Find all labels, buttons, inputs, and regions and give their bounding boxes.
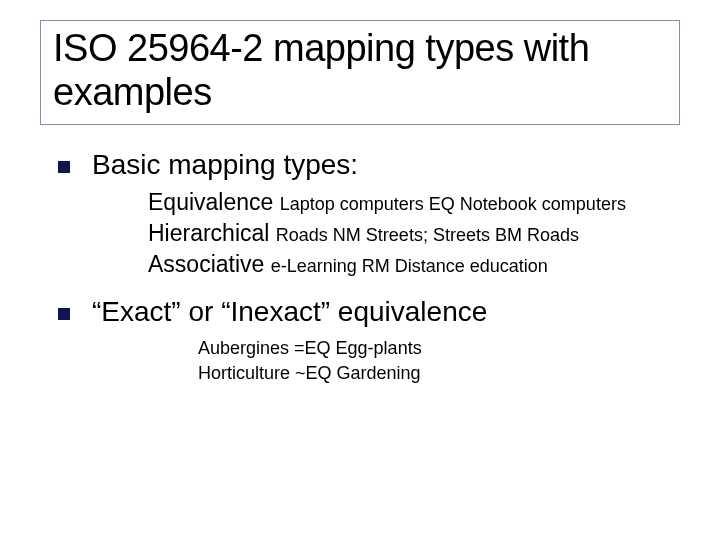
square-bullet-icon [58,308,70,320]
section-heading: “Exact” or “Inexact” equivalence [92,296,487,328]
title-container: ISO 25964-2 mapping types with examples [40,20,680,125]
mapping-type-example: e-Learning RM Distance education [271,256,548,276]
list-item: Aubergines =EQ Egg-plants [198,336,680,360]
section-row: Basic mapping types: [40,149,680,181]
list-item: Equivalence Laptop computers EQ Notebook… [148,189,680,216]
mapping-type-example: Laptop computers EQ Notebook computers [280,194,626,214]
mapping-type-example: Roads NM Streets; Streets BM Roads [276,225,579,245]
square-bullet-icon [58,161,70,173]
list-item: Associative e-Learning RM Distance educa… [148,251,680,278]
mapping-type-label: Equivalence [148,189,280,215]
section-heading: Basic mapping types: [92,149,358,181]
mapping-type-label: Hierarchical [148,220,276,246]
equivalence-examples: Aubergines =EQ Egg-plants Horticulture ~… [198,336,680,385]
list-item: Horticulture ~EQ Gardening [198,361,680,385]
mapping-types-list: Equivalence Laptop computers EQ Notebook… [148,189,680,278]
mapping-type-label: Associative [148,251,271,277]
slide: ISO 25964-2 mapping types with examples … [0,0,720,540]
slide-title: ISO 25964-2 mapping types with examples [53,27,667,114]
section-row: “Exact” or “Inexact” equivalence [40,296,680,328]
list-item: Hierarchical Roads NM Streets; Streets B… [148,220,680,247]
